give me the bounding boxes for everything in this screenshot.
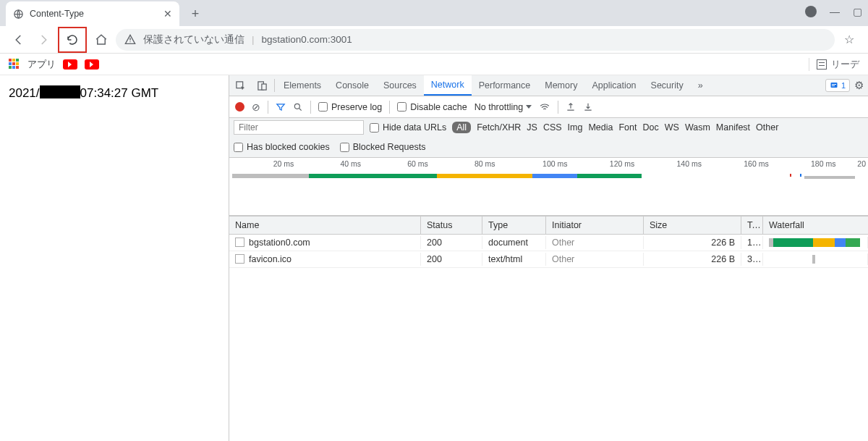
col-type[interactable]: Type bbox=[482, 217, 546, 234]
filter-type-font[interactable]: Font bbox=[618, 122, 637, 133]
svg-rect-6 bbox=[832, 84, 836, 85]
filter-type-js[interactable]: JS bbox=[527, 122, 537, 133]
tab-more[interactable]: » bbox=[691, 75, 710, 96]
col-initiator[interactable]: Initiator bbox=[546, 217, 644, 234]
preserve-log-checkbox[interactable]: Preserve log bbox=[318, 102, 382, 112]
reload-highlight bbox=[58, 27, 87, 53]
svg-point-8 bbox=[294, 104, 299, 109]
reload-button[interactable] bbox=[62, 30, 82, 50]
network-conditions-icon[interactable] bbox=[539, 102, 550, 112]
file-icon bbox=[235, 238, 244, 247]
filter-type-img[interactable]: Img bbox=[568, 122, 583, 133]
inspect-element-icon[interactable] bbox=[229, 75, 251, 96]
browser-tab[interactable]: Content-Type ✕ bbox=[6, 1, 179, 26]
bookmarks-bar: アプリ リーデ bbox=[0, 54, 868, 75]
page-body: 2021/07:34:27 GMT bbox=[0, 75, 229, 441]
col-status[interactable]: Status bbox=[421, 217, 482, 234]
filter-type-wasm[interactable]: Wasm bbox=[685, 122, 710, 133]
page-text-suffix: 07:34:27 GMT bbox=[80, 86, 159, 100]
tab-network[interactable]: Network bbox=[424, 75, 472, 96]
timeline-band bbox=[229, 174, 868, 181]
youtube-icon[interactable] bbox=[63, 59, 77, 70]
tab-security[interactable]: Security bbox=[644, 75, 691, 96]
waterfall-bar bbox=[769, 255, 861, 264]
col-size[interactable]: Size bbox=[644, 217, 741, 234]
globe-icon bbox=[13, 9, 24, 20]
back-button[interactable] bbox=[9, 30, 29, 50]
reading-list-button[interactable]: リーデ bbox=[809, 58, 859, 71]
filter-type-manifest[interactable]: Manifest bbox=[716, 122, 750, 133]
omnibox[interactable]: 保護されていない通信 | bgstation0.com:3001 bbox=[116, 29, 835, 51]
bookmark-star-icon[interactable]: ☆ bbox=[839, 33, 859, 46]
col-waterfall[interactable]: Waterfall bbox=[763, 217, 868, 234]
security-label: 保護されていない通信 bbox=[143, 33, 244, 46]
youtube-icon[interactable] bbox=[85, 59, 99, 70]
tab-performance[interactable]: Performance bbox=[472, 75, 538, 96]
apps-label[interactable]: アプリ bbox=[27, 58, 56, 71]
svg-point-1 bbox=[129, 41, 130, 42]
apps-icon[interactable] bbox=[9, 59, 20, 70]
blocked-requests-checkbox[interactable]: Blocked Requests bbox=[340, 142, 426, 152]
svg-rect-4 bbox=[261, 84, 265, 90]
throttling-select[interactable]: No throttling bbox=[475, 102, 532, 112]
tab-strip: Content-Type ✕ + — ▢ bbox=[0, 0, 868, 26]
record-button[interactable] bbox=[235, 102, 244, 112]
forward-button[interactable] bbox=[33, 30, 54, 50]
account-icon[interactable] bbox=[805, 6, 817, 17]
window-controls: — ▢ bbox=[805, 6, 862, 17]
network-filter-bar: Hide data URLs All Fetch/XHR JS CSS Img … bbox=[229, 118, 868, 158]
devtools-panel: Elements Console Sources Network Perform… bbox=[229, 75, 868, 441]
network-table: Name Status Type Initiator Size T... Wat… bbox=[229, 216, 868, 441]
table-header: Name Status Type Initiator Size T... Wat… bbox=[229, 217, 868, 235]
issues-badge[interactable]: 1 bbox=[825, 79, 850, 92]
disable-cache-checkbox[interactable]: Disable cache bbox=[397, 102, 467, 112]
reading-list-label: リーデ bbox=[831, 58, 859, 71]
home-button[interactable] bbox=[91, 30, 111, 50]
svg-rect-5 bbox=[830, 83, 837, 88]
page-text-prefix: 2021/ bbox=[9, 86, 40, 100]
import-har-icon[interactable] bbox=[566, 102, 576, 112]
file-icon bbox=[235, 254, 244, 264]
url-text: bgstation0.com:3001 bbox=[262, 34, 352, 45]
tab-sources[interactable]: Sources bbox=[376, 75, 424, 96]
clear-icon[interactable]: ⊘ bbox=[252, 101, 260, 113]
blocked-cookies-checkbox[interactable]: Has blocked cookies bbox=[234, 142, 330, 152]
export-har-icon[interactable] bbox=[583, 102, 593, 112]
table-row[interactable]: favicon.ico 200 text/html Other 226 B 3.… bbox=[229, 251, 868, 268]
filter-type-css[interactable]: CSS bbox=[543, 122, 562, 133]
tab-application[interactable]: Application bbox=[584, 75, 643, 96]
filter-type-all[interactable]: All bbox=[452, 122, 471, 133]
tab-console[interactable]: Console bbox=[328, 75, 376, 96]
device-toggle-icon[interactable] bbox=[251, 75, 273, 96]
new-tab-button[interactable]: + bbox=[185, 4, 205, 24]
issues-count: 1 bbox=[841, 81, 846, 90]
network-overview[interactable]: 20 ms40 ms60 ms80 ms100 ms120 ms140 ms16… bbox=[229, 158, 868, 216]
table-row[interactable]: bgstation0.com 200 document Other 226 B … bbox=[229, 235, 868, 251]
filter-type-fetch[interactable]: Fetch/XHR bbox=[477, 122, 521, 133]
hide-data-urls-checkbox[interactable]: Hide data URLs bbox=[370, 122, 446, 133]
chevron-down-icon bbox=[526, 105, 532, 109]
tab-elements[interactable]: Elements bbox=[276, 75, 328, 96]
devtools-tabs: Elements Console Sources Network Perform… bbox=[229, 75, 868, 96]
search-icon[interactable] bbox=[293, 102, 303, 112]
timeline-ticks: 20 ms40 ms60 ms80 ms100 ms120 ms140 ms16… bbox=[229, 159, 868, 171]
filter-type-ws[interactable]: WS bbox=[665, 122, 679, 133]
settings-gear-icon[interactable]: ⚙ bbox=[854, 79, 864, 92]
col-name[interactable]: Name bbox=[229, 217, 421, 234]
tab-memory[interactable]: Memory bbox=[537, 75, 584, 96]
filter-input[interactable] bbox=[234, 120, 364, 135]
close-tab-icon[interactable]: ✕ bbox=[163, 8, 172, 20]
filter-type-doc[interactable]: Doc bbox=[643, 122, 659, 133]
content-area: 2021/07:34:27 GMT Elements Console Sourc… bbox=[0, 75, 868, 441]
not-secure-icon bbox=[124, 34, 136, 46]
address-bar: 保護されていない通信 | bgstation0.com:3001 ☆ bbox=[0, 26, 868, 54]
waterfall-bar bbox=[769, 238, 861, 247]
col-time[interactable]: T... bbox=[741, 217, 763, 234]
filter-type-media[interactable]: Media bbox=[588, 122, 613, 133]
maximize-button[interactable]: ▢ bbox=[853, 6, 862, 17]
filter-icon[interactable] bbox=[276, 102, 286, 112]
minimize-button[interactable]: — bbox=[830, 6, 840, 17]
reading-list-icon bbox=[817, 59, 827, 70]
browser-chrome: Content-Type ✕ + — ▢ 保護されていな bbox=[0, 0, 868, 441]
filter-type-other[interactable]: Other bbox=[756, 122, 778, 133]
